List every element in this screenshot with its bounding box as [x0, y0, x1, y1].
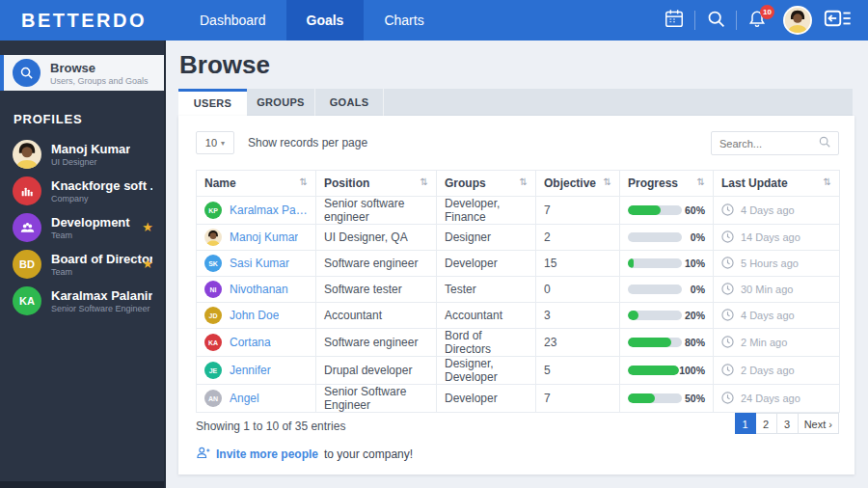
progress-fill [628, 338, 671, 347]
nav-item-goals[interactable]: Goals [286, 0, 365, 41]
sidebar-profile-development[interactable]: DevelopmentTeam★ [0, 209, 164, 246]
progress-bar [628, 205, 682, 215]
cell-objective: 23 [536, 329, 620, 357]
search-input[interactable] [712, 138, 818, 149]
last-update-text: 4 Days ago [741, 204, 795, 216]
navbar-right: 10 [654, 0, 868, 41]
column-header-name[interactable]: Name⇅ [197, 171, 316, 197]
clock-icon [721, 336, 734, 350]
progress-label: 100% [679, 365, 705, 376]
user-link[interactable]: Manoj Kumar [230, 230, 298, 244]
sort-icon: ⇅ [520, 176, 528, 187]
progress-bar [628, 393, 682, 403]
avatar-initials: SK [204, 255, 222, 272]
avatar-initials: KP [204, 202, 222, 219]
cell-last-update: 24 Days ago [714, 385, 840, 413]
user-link[interactable]: Angel [230, 392, 259, 405]
cell-progress: 80% [620, 329, 714, 357]
tab-goals[interactable]: GOALS [315, 89, 384, 116]
users-table: Name⇅Position⇅Groups⇅Objective⇅Progress⇅… [196, 170, 840, 413]
cell-groups: Developer, Finance [437, 197, 536, 225]
notifications-button[interactable]: 10 [737, 0, 777, 41]
column-header-groups[interactable]: Groups⇅ [437, 171, 536, 197]
profile-role: Company [51, 194, 152, 203]
column-header-objective[interactable]: Objective⇅ [536, 171, 620, 197]
calendar-button[interactable] [654, 0, 694, 41]
cell-groups: Developer [437, 385, 536, 413]
sidebar-profile-manoj-kumar[interactable]: Manoj KumarUI Designer [0, 136, 164, 173]
page-button-2[interactable]: 2 [756, 413, 777, 434]
cell-position: Software engineer [316, 251, 437, 277]
nav-item-dashboard[interactable]: Dashboard [179, 0, 286, 41]
column-header-last-update[interactable]: Last Update⇅ [714, 171, 840, 197]
invite-link[interactable]: Invite more people [216, 447, 318, 461]
records-select[interactable]: 10 ▾ [196, 131, 234, 154]
cell-last-update: 4 Days ago [714, 303, 840, 329]
progress-bar [628, 366, 679, 375]
cell-last-update: 4 Days ago [714, 197, 840, 225]
cell-objective: 2 [536, 225, 620, 251]
progress-fill [628, 366, 679, 375]
star-icon[interactable]: ★ [142, 257, 153, 271]
profiles-list: Manoj KumarUI DesignerKnackforge soft ..… [0, 136, 164, 319]
page-button-next[interactable]: Next › [799, 413, 839, 434]
cell-progress: 10% [620, 251, 714, 277]
nav-item-charts[interactable]: Charts [364, 0, 444, 41]
sidebar-item-browse[interactable]: Browse Users, Groups and Goals [0, 55, 164, 91]
column-header-progress[interactable]: Progress⇅ [620, 171, 714, 197]
tab-strip: USERSGROUPSGOALS [178, 89, 853, 116]
cell-progress: 60% [620, 197, 714, 225]
cell-objective: 3 [536, 303, 620, 329]
last-update-text: 14 Days ago [741, 231, 800, 243]
cell-objective: 7 [536, 197, 620, 225]
showing-entries-text: Showing 1 to 10 of 35 entries [196, 420, 345, 433]
progress-fill [628, 311, 638, 320]
profile-name: Manoj Kumar [51, 142, 130, 156]
progress-fill [628, 205, 661, 215]
clock-icon [721, 283, 734, 297]
user-link[interactable]: Jennifer [230, 364, 271, 377]
column-header-position[interactable]: Position⇅ [316, 171, 437, 197]
sort-icon: ⇅ [300, 176, 308, 187]
page-button-1[interactable]: 1 [735, 413, 756, 434]
search-icon [818, 135, 831, 152]
table-header-row: Name⇅Position⇅Groups⇅Objective⇅Progress⇅… [197, 171, 840, 197]
last-update-text: 2 Min ago [741, 337, 787, 348]
user-link[interactable]: Cortana [230, 336, 271, 349]
tab-groups[interactable]: GROUPS [247, 89, 315, 116]
clock-icon [721, 257, 734, 271]
user-link[interactable]: John Doe [230, 309, 279, 322]
star-icon[interactable]: ★ [142, 220, 153, 234]
calendar-icon [664, 8, 685, 33]
user-menu-button[interactable] [777, 0, 818, 41]
pagination: 123Next › [735, 413, 839, 434]
user-link[interactable]: Sasi Kumar [230, 257, 289, 270]
cell-groups: Designer [437, 225, 536, 251]
progress-bar [628, 285, 682, 294]
cell-progress: 0% [620, 277, 714, 303]
cell-progress: 0% [620, 225, 714, 251]
progress-bar [628, 338, 682, 347]
people-icon [13, 213, 41, 242]
sidebar-toggle-button[interactable] [818, 0, 858, 41]
user-link[interactable]: Karalmax Palanimu... [230, 203, 308, 217]
table-search [711, 131, 839, 155]
search-button[interactable] [695, 0, 736, 41]
last-update-text: 5 Hours ago [741, 258, 799, 269]
user-link[interactable]: Nivothanan [230, 283, 288, 296]
cell-objective: 15 [536, 251, 620, 277]
sidebar-profile-karalmax-palanimu[interactable]: KAKaralmax Palanimu...Senior Software En… [0, 283, 164, 319]
tab-users[interactable]: USERS [178, 89, 247, 116]
progress-label: 0% [691, 231, 705, 243]
table-row: KPKaralmax Palanimu...Senior software en… [197, 197, 840, 225]
cell-name: KACortana [197, 329, 316, 357]
table-row: ANAngelSenior Software EngineerDeveloper… [197, 385, 840, 413]
progress-label: 20% [685, 310, 705, 321]
sidebar-profile-knackforge-soft[interactable]: Knackforge soft ...Company [0, 173, 164, 209]
cell-groups: Bord of Directors [437, 329, 536, 357]
page-button-3[interactable]: 3 [777, 413, 799, 434]
clock-icon [721, 203, 734, 218]
cell-name: JDJohn Doe [197, 303, 316, 329]
cell-position: Software engineer [316, 329, 437, 357]
sidebar-profile-board-of-directors[interactable]: BDBoard of DirectorsTeam★ [0, 246, 164, 283]
